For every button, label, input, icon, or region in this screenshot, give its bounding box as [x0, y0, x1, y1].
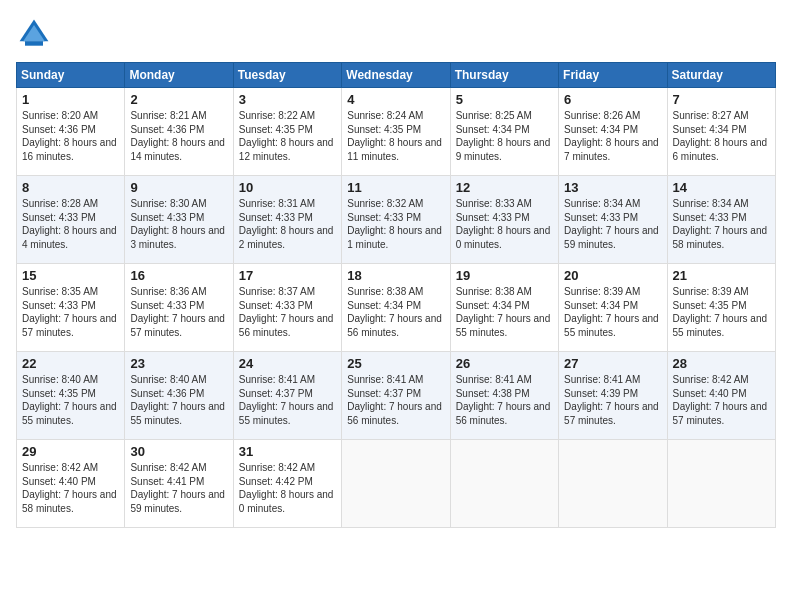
calendar-cell: 1 Sunrise: 8:20 AM Sunset: 4:36 PM Dayli… [17, 88, 125, 176]
day-info: Sunrise: 8:24 AM Sunset: 4:35 PM Dayligh… [347, 109, 444, 163]
calendar-cell: 15 Sunrise: 8:35 AM Sunset: 4:33 PM Dayl… [17, 264, 125, 352]
day-number: 14 [673, 180, 770, 195]
day-number: 10 [239, 180, 336, 195]
day-info: Sunrise: 8:31 AM Sunset: 4:33 PM Dayligh… [239, 197, 336, 251]
day-number: 15 [22, 268, 119, 283]
calendar-cell: 28 Sunrise: 8:42 AM Sunset: 4:40 PM Dayl… [667, 352, 775, 440]
day-info: Sunrise: 8:41 AM Sunset: 4:37 PM Dayligh… [239, 373, 336, 427]
day-number: 9 [130, 180, 227, 195]
calendar-cell: 29 Sunrise: 8:42 AM Sunset: 4:40 PM Dayl… [17, 440, 125, 528]
day-number: 28 [673, 356, 770, 371]
svg-rect-2 [25, 41, 43, 46]
calendar-cell: 6 Sunrise: 8:26 AM Sunset: 4:34 PM Dayli… [559, 88, 667, 176]
day-number: 21 [673, 268, 770, 283]
calendar-cell: 8 Sunrise: 8:28 AM Sunset: 4:33 PM Dayli… [17, 176, 125, 264]
calendar-cell: 18 Sunrise: 8:38 AM Sunset: 4:34 PM Dayl… [342, 264, 450, 352]
day-info: Sunrise: 8:41 AM Sunset: 4:39 PM Dayligh… [564, 373, 661, 427]
calendar-header-saturday: Saturday [667, 63, 775, 88]
calendar-cell: 30 Sunrise: 8:42 AM Sunset: 4:41 PM Dayl… [125, 440, 233, 528]
day-info: Sunrise: 8:40 AM Sunset: 4:36 PM Dayligh… [130, 373, 227, 427]
day-number: 6 [564, 92, 661, 107]
page: SundayMondayTuesdayWednesdayThursdayFrid… [0, 0, 792, 612]
day-number: 18 [347, 268, 444, 283]
day-number: 16 [130, 268, 227, 283]
calendar-cell: 3 Sunrise: 8:22 AM Sunset: 4:35 PM Dayli… [233, 88, 341, 176]
calendar-cell: 9 Sunrise: 8:30 AM Sunset: 4:33 PM Dayli… [125, 176, 233, 264]
day-number: 12 [456, 180, 553, 195]
day-number: 8 [22, 180, 119, 195]
day-number: 19 [456, 268, 553, 283]
calendar-cell: 4 Sunrise: 8:24 AM Sunset: 4:35 PM Dayli… [342, 88, 450, 176]
day-info: Sunrise: 8:42 AM Sunset: 4:42 PM Dayligh… [239, 461, 336, 515]
calendar-header-sunday: Sunday [17, 63, 125, 88]
day-info: Sunrise: 8:39 AM Sunset: 4:34 PM Dayligh… [564, 285, 661, 339]
day-info: Sunrise: 8:26 AM Sunset: 4:34 PM Dayligh… [564, 109, 661, 163]
day-info: Sunrise: 8:25 AM Sunset: 4:34 PM Dayligh… [456, 109, 553, 163]
calendar-week-3: 15 Sunrise: 8:35 AM Sunset: 4:33 PM Dayl… [17, 264, 776, 352]
day-info: Sunrise: 8:21 AM Sunset: 4:36 PM Dayligh… [130, 109, 227, 163]
day-info: Sunrise: 8:36 AM Sunset: 4:33 PM Dayligh… [130, 285, 227, 339]
day-number: 17 [239, 268, 336, 283]
day-number: 22 [22, 356, 119, 371]
calendar-cell [450, 440, 558, 528]
calendar-header-wednesday: Wednesday [342, 63, 450, 88]
calendar-cell: 19 Sunrise: 8:38 AM Sunset: 4:34 PM Dayl… [450, 264, 558, 352]
day-info: Sunrise: 8:30 AM Sunset: 4:33 PM Dayligh… [130, 197, 227, 251]
day-info: Sunrise: 8:39 AM Sunset: 4:35 PM Dayligh… [673, 285, 770, 339]
day-info: Sunrise: 8:28 AM Sunset: 4:33 PM Dayligh… [22, 197, 119, 251]
calendar-cell: 23 Sunrise: 8:40 AM Sunset: 4:36 PM Dayl… [125, 352, 233, 440]
day-info: Sunrise: 8:41 AM Sunset: 4:37 PM Dayligh… [347, 373, 444, 427]
day-info: Sunrise: 8:34 AM Sunset: 4:33 PM Dayligh… [673, 197, 770, 251]
calendar-cell [667, 440, 775, 528]
day-number: 3 [239, 92, 336, 107]
day-info: Sunrise: 8:35 AM Sunset: 4:33 PM Dayligh… [22, 285, 119, 339]
calendar-week-1: 1 Sunrise: 8:20 AM Sunset: 4:36 PM Dayli… [17, 88, 776, 176]
calendar-header-tuesday: Tuesday [233, 63, 341, 88]
calendar-cell: 14 Sunrise: 8:34 AM Sunset: 4:33 PM Dayl… [667, 176, 775, 264]
day-info: Sunrise: 8:40 AM Sunset: 4:35 PM Dayligh… [22, 373, 119, 427]
calendar-cell: 31 Sunrise: 8:42 AM Sunset: 4:42 PM Dayl… [233, 440, 341, 528]
calendar-cell: 22 Sunrise: 8:40 AM Sunset: 4:35 PM Dayl… [17, 352, 125, 440]
day-number: 4 [347, 92, 444, 107]
calendar-cell: 5 Sunrise: 8:25 AM Sunset: 4:34 PM Dayli… [450, 88, 558, 176]
calendar-cell: 26 Sunrise: 8:41 AM Sunset: 4:38 PM Dayl… [450, 352, 558, 440]
day-info: Sunrise: 8:34 AM Sunset: 4:33 PM Dayligh… [564, 197, 661, 251]
calendar-week-2: 8 Sunrise: 8:28 AM Sunset: 4:33 PM Dayli… [17, 176, 776, 264]
day-number: 7 [673, 92, 770, 107]
day-number: 23 [130, 356, 227, 371]
day-number: 26 [456, 356, 553, 371]
calendar-cell: 27 Sunrise: 8:41 AM Sunset: 4:39 PM Dayl… [559, 352, 667, 440]
day-info: Sunrise: 8:42 AM Sunset: 4:41 PM Dayligh… [130, 461, 227, 515]
calendar-cell [342, 440, 450, 528]
day-info: Sunrise: 8:38 AM Sunset: 4:34 PM Dayligh… [456, 285, 553, 339]
calendar-week-4: 22 Sunrise: 8:40 AM Sunset: 4:35 PM Dayl… [17, 352, 776, 440]
calendar-cell [559, 440, 667, 528]
calendar-cell: 25 Sunrise: 8:41 AM Sunset: 4:37 PM Dayl… [342, 352, 450, 440]
calendar-cell: 17 Sunrise: 8:37 AM Sunset: 4:33 PM Dayl… [233, 264, 341, 352]
day-info: Sunrise: 8:27 AM Sunset: 4:34 PM Dayligh… [673, 109, 770, 163]
calendar-header-friday: Friday [559, 63, 667, 88]
day-info: Sunrise: 8:42 AM Sunset: 4:40 PM Dayligh… [22, 461, 119, 515]
day-info: Sunrise: 8:42 AM Sunset: 4:40 PM Dayligh… [673, 373, 770, 427]
calendar-header-thursday: Thursday [450, 63, 558, 88]
day-info: Sunrise: 8:20 AM Sunset: 4:36 PM Dayligh… [22, 109, 119, 163]
day-number: 2 [130, 92, 227, 107]
calendar-cell: 13 Sunrise: 8:34 AM Sunset: 4:33 PM Dayl… [559, 176, 667, 264]
day-number: 1 [22, 92, 119, 107]
calendar-cell: 2 Sunrise: 8:21 AM Sunset: 4:36 PM Dayli… [125, 88, 233, 176]
calendar-cell: 12 Sunrise: 8:33 AM Sunset: 4:33 PM Dayl… [450, 176, 558, 264]
day-number: 11 [347, 180, 444, 195]
calendar-cell: 24 Sunrise: 8:41 AM Sunset: 4:37 PM Dayl… [233, 352, 341, 440]
day-number: 20 [564, 268, 661, 283]
day-number: 31 [239, 444, 336, 459]
day-number: 27 [564, 356, 661, 371]
logo-icon [16, 16, 52, 52]
calendar-cell: 20 Sunrise: 8:39 AM Sunset: 4:34 PM Dayl… [559, 264, 667, 352]
calendar-header-monday: Monday [125, 63, 233, 88]
day-info: Sunrise: 8:41 AM Sunset: 4:38 PM Dayligh… [456, 373, 553, 427]
calendar-cell: 10 Sunrise: 8:31 AM Sunset: 4:33 PM Dayl… [233, 176, 341, 264]
logo [16, 16, 56, 52]
calendar-week-5: 29 Sunrise: 8:42 AM Sunset: 4:40 PM Dayl… [17, 440, 776, 528]
calendar-cell: 7 Sunrise: 8:27 AM Sunset: 4:34 PM Dayli… [667, 88, 775, 176]
day-number: 30 [130, 444, 227, 459]
